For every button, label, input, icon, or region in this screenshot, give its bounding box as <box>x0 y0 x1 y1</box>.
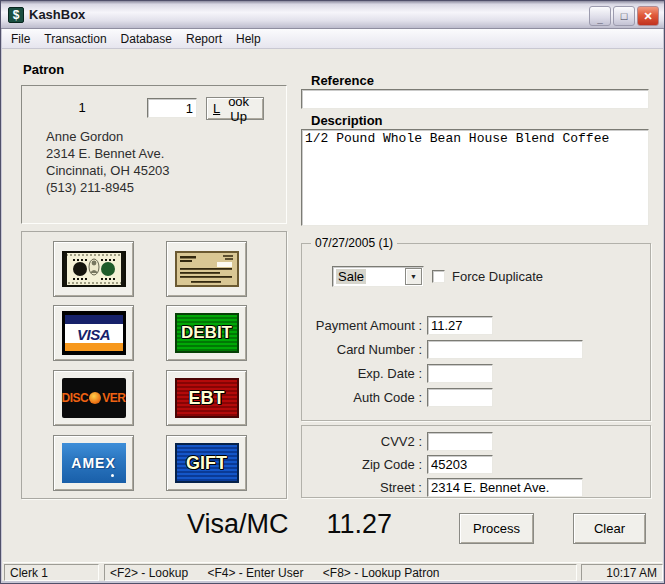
cash-bill-icon <box>62 251 126 287</box>
amex-button[interactable]: AMEX <box>53 435 134 491</box>
summary-card-type: Visa/MC <box>187 509 289 539</box>
patron-phone: (513) 211-8945 <box>46 180 134 195</box>
hotkey-hints: <F2> - Lookup <F4> - Enter User <F8> - L… <box>104 564 577 581</box>
transaction-group: 07/27/2005 (1) Sale ▼ Force Duplicate Pa… <box>301 243 651 421</box>
gift-logo: GIFT <box>175 443 239 483</box>
exp-date-label: Exp. Date : <box>307 366 422 381</box>
discover-wordmark-pre: DISC <box>62 391 89 405</box>
hotkey-f8: <F8> - Lookup Patron <box>323 566 440 580</box>
visa-card-logo: VISA <box>62 311 126 355</box>
exp-date-input[interactable] <box>427 364 493 383</box>
zip-code-label: Zip Code : <box>307 457 422 472</box>
street-input[interactable] <box>427 478 583 497</box>
description-label: Description <box>311 113 383 128</box>
clear-button[interactable]: Clear <box>573 513 646 544</box>
discover-button[interactable]: DISC VER <box>53 370 134 426</box>
description-input[interactable]: 1/2 Pound Whole Bean House Blend Coffee <box>301 129 649 226</box>
app-dollar-icon: $ <box>8 7 24 23</box>
kashbox-window: $ KashBox _ □ ✕ File Transaction Databas… <box>0 0 665 584</box>
maximize-icon: □ <box>621 10 628 22</box>
summary-amount: 11.27 <box>327 509 393 539</box>
minimize-button[interactable]: _ <box>589 6 611 26</box>
menu-bar: File Transaction Database Report Help <box>2 29 663 49</box>
visa-button[interactable]: VISA <box>53 305 134 361</box>
discover-wordmark-post: VER <box>102 391 125 405</box>
patron-name: Anne Gordon <box>46 129 123 144</box>
card-number-label: Card Number : <box>307 342 422 357</box>
auth-code-input[interactable] <box>427 388 493 407</box>
ebt-wordmark: EBT <box>189 388 225 409</box>
zip-code-input[interactable] <box>427 455 493 474</box>
minimize-icon: _ <box>597 10 603 28</box>
debit-wordmark: DEBIT <box>181 323 232 343</box>
chevron-down-icon: ▼ <box>410 273 417 280</box>
card-number-input[interactable] <box>427 340 583 359</box>
cvv2-label: CVV2 : <box>307 434 422 449</box>
window-title: KashBox <box>29 7 85 22</box>
clock: 10:17 AM <box>581 564 663 581</box>
cvv2-input[interactable] <box>427 432 493 451</box>
dropdown-button[interactable]: ▼ <box>405 268 422 285</box>
check-button[interactable] <box>166 241 247 297</box>
transaction-type-value: Sale <box>336 269 366 284</box>
status-bar: Clerk 1 <F2> - Lookup <F4> - Enter User … <box>3 562 662 581</box>
menu-report[interactable]: Report <box>179 30 229 48</box>
amex-dot-icon <box>111 474 114 477</box>
street-label: Street : <box>307 480 422 495</box>
maximize-button[interactable]: □ <box>613 6 635 26</box>
gift-wordmark: GIFT <box>186 453 227 474</box>
payment-methods-panel: VISA DEBIT DISC VER EBT AMEX <box>21 231 287 499</box>
menu-help[interactable]: Help <box>229 30 268 48</box>
lookup-button[interactable]: Look Up <box>206 97 264 120</box>
visa-wordmark: VISA <box>65 326 123 343</box>
reference-input[interactable] <box>301 89 649 109</box>
auth-code-label: Auth Code : <box>307 390 422 405</box>
discover-logo: DISC VER <box>62 378 126 418</box>
transaction-summary: Visa/MC11.27 <box>187 509 392 540</box>
payment-amount-label: Payment Amount : <box>307 318 422 333</box>
lookup-button-accel: L <box>213 101 220 116</box>
patron-record-number: 1 <box>62 100 102 115</box>
ebt-logo: EBT <box>175 378 239 418</box>
amex-wordmark: AMEX <box>71 455 115 471</box>
patron-city-state-zip: Cincinnati, OH 45203 <box>46 163 170 178</box>
close-icon: ✕ <box>643 10 652 22</box>
hotkey-f2: <F2> - Lookup <box>110 566 188 580</box>
patron-lookup-input[interactable] <box>147 98 197 118</box>
cash-button[interactable] <box>53 241 134 297</box>
transaction-type-select[interactable]: Sale ▼ <box>332 266 424 287</box>
gift-button[interactable]: GIFT <box>166 435 247 491</box>
menu-database[interactable]: Database <box>114 30 179 48</box>
debit-button[interactable]: DEBIT <box>166 305 247 361</box>
menu-file[interactable]: File <box>4 30 37 48</box>
reference-label: Reference <box>311 73 374 88</box>
payment-amount-input[interactable] <box>427 316 493 335</box>
process-button[interactable]: Process <box>459 513 534 544</box>
hotkey-f4: <F4> - Enter User <box>207 566 303 580</box>
patron-section-label: Patron <box>23 62 64 77</box>
ebt-button[interactable]: EBT <box>166 370 247 426</box>
transaction-group-caption: 07/27/2005 (1) <box>311 236 397 250</box>
menu-transaction[interactable]: Transaction <box>37 30 113 48</box>
clerk-status: Clerk 1 <box>4 564 99 581</box>
amex-logo: AMEX <box>62 443 126 483</box>
window-controls: _ □ ✕ <box>589 6 659 26</box>
debit-logo: DEBIT <box>175 313 239 353</box>
title-bar: $ KashBox _ □ ✕ <box>1 1 664 29</box>
close-button[interactable]: ✕ <box>637 6 659 26</box>
discover-orange-ball-icon <box>89 392 101 404</box>
patron-panel: 1 Look Up Anne Gordon 2314 E. Bennet Ave… <box>21 85 287 224</box>
force-duplicate-label: Force Duplicate <box>452 269 543 284</box>
verification-group: CVV2 : Zip Code : Street : <box>301 425 651 498</box>
lookup-button-label: ook Up <box>220 94 257 124</box>
patron-address: 2314 E. Bennet Ave. <box>46 146 164 161</box>
check-icon <box>175 251 239 287</box>
force-duplicate-checkbox[interactable] <box>432 270 445 283</box>
